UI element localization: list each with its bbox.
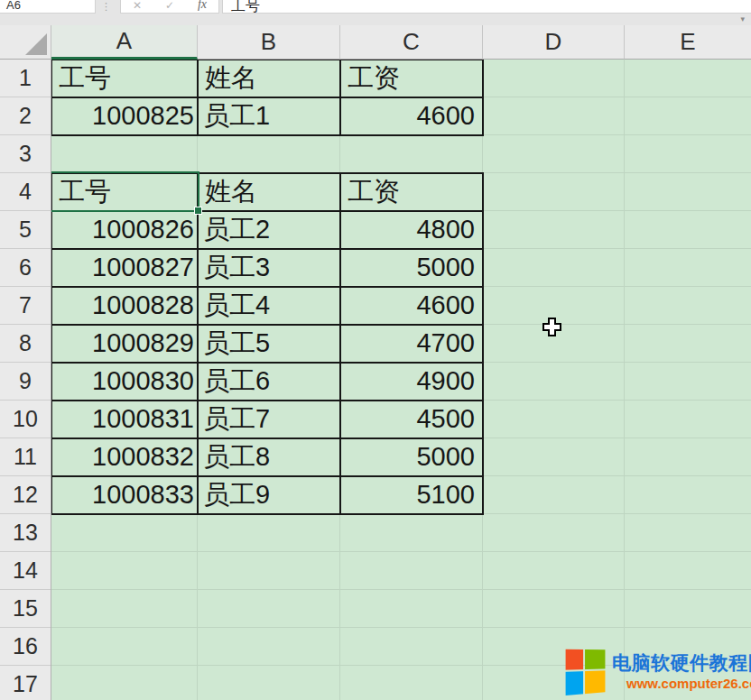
fill-handle[interactable] xyxy=(194,207,202,215)
table-1-header-row: 工号姓名工资 xyxy=(52,60,484,98)
row-header[interactable]: 11 xyxy=(0,438,51,476)
drag-handle-dots-icon[interactable]: ⋮ xyxy=(101,0,111,14)
row-header[interactable]: 15 xyxy=(0,590,51,628)
cell-salary[interactable]: 5100 xyxy=(341,477,484,515)
table-row: 1000830 员工6 4900 xyxy=(52,364,484,401)
cell-salary[interactable]: 4800 xyxy=(341,212,484,250)
enter-icon[interactable]: ✓ xyxy=(165,0,174,12)
cell-salary[interactable]: 4500 xyxy=(341,401,484,439)
cell-employee-name[interactable]: 员工2 xyxy=(199,212,341,250)
row-header[interactable]: 14 xyxy=(0,552,51,590)
name-box-value: A6 xyxy=(6,0,21,12)
column-headers: ABCDE xyxy=(51,25,751,60)
windows-flag-logo-icon xyxy=(566,649,607,696)
site-name: 电脑软硬件教程网 xyxy=(612,650,751,676)
cell-employee-id[interactable]: 1000825 xyxy=(52,98,199,136)
insert-function-icon[interactable]: fx xyxy=(198,0,207,12)
cell-employee-name[interactable]: 员工3 xyxy=(199,250,341,288)
cell-cursor-icon xyxy=(542,318,561,340)
logo-square-blue xyxy=(566,671,583,695)
table-1-body: 1000825 员工1 4600 xyxy=(52,98,484,136)
row-header[interactable]: 17 xyxy=(0,666,51,700)
table-row: 1000828 员工4 4600 xyxy=(52,288,484,326)
row-header[interactable]: 16 xyxy=(0,628,51,666)
selection-outline xyxy=(50,171,199,212)
cell-employee-id[interactable]: 1000827 xyxy=(52,250,199,288)
table-row: 1000833 员工9 5100 xyxy=(52,477,484,515)
row-header[interactable]: 3 xyxy=(0,135,51,173)
header-cell[interactable]: 工资 xyxy=(341,174,484,212)
cell-employee-id[interactable]: 1000829 xyxy=(52,326,199,364)
site-url: www.computer26.com xyxy=(626,676,751,691)
column-header[interactable]: A xyxy=(51,25,198,60)
row-header[interactable]: 1 xyxy=(0,60,51,97)
table-row: 1000832 员工8 5000 xyxy=(52,439,484,477)
gridline-vertical xyxy=(624,60,625,700)
formula-buttons: ✕ ✓ fx xyxy=(120,0,219,14)
cell-employee-id[interactable]: 1000831 xyxy=(52,401,199,439)
row-header[interactable]: 12 xyxy=(0,476,51,514)
cell-employee-name[interactable]: 员工1 xyxy=(199,98,341,136)
column-header[interactable]: B xyxy=(198,25,340,60)
cell-employee-name[interactable]: 员工5 xyxy=(199,326,341,364)
cell-salary[interactable]: 5000 xyxy=(341,250,484,288)
table-row: 1000827 员工3 5000 xyxy=(52,250,484,288)
table-2-body: 1000826 员工2 4800 1000827 员工3 5000 100082… xyxy=(52,212,484,515)
formula-value: 工号 xyxy=(231,0,260,13)
row-headers: 1234567891011121314151617 xyxy=(0,60,51,700)
table-row: 1000826 员工2 4800 xyxy=(52,212,484,250)
row-header[interactable]: 6 xyxy=(0,249,51,287)
name-box-dropdown-icon[interactable]: ▾ xyxy=(740,14,745,23)
logo-square-red xyxy=(566,649,583,670)
cell-salary[interactable]: 5000 xyxy=(341,439,484,477)
cell-employee-id[interactable]: 1000826 xyxy=(52,212,199,250)
cell-employee-name[interactable]: 员工7 xyxy=(199,401,341,439)
cell-employee-name[interactable]: 员工8 xyxy=(199,439,341,477)
header-cell[interactable]: 工资 xyxy=(341,60,484,98)
cell-salary[interactable]: 4600 xyxy=(341,288,484,326)
column-header-band: ABCDE xyxy=(0,25,751,60)
watermark: 电脑软硬件教程网 www.computer26.com xyxy=(563,646,751,698)
header-cell[interactable]: 工号 xyxy=(52,60,199,98)
logo-square-green xyxy=(585,649,605,669)
header-cell[interactable]: 姓名 xyxy=(199,174,341,212)
header-cell[interactable]: 姓名 xyxy=(199,60,341,98)
row-header[interactable]: 9 xyxy=(0,363,51,401)
cell-employee-id[interactable]: 1000830 xyxy=(52,364,199,401)
row-header[interactable]: 4 xyxy=(0,173,51,211)
column-header[interactable]: D xyxy=(483,25,625,60)
table-row: 1000829 员工5 4700 xyxy=(52,326,484,364)
column-header[interactable]: C xyxy=(340,25,483,60)
cell-employee-name[interactable]: 员工9 xyxy=(199,477,341,515)
row-header[interactable]: 7 xyxy=(0,287,51,325)
table-row: 1000825 员工1 4600 xyxy=(52,98,484,136)
table-1: 工号姓名工资 1000825 员工1 4600 xyxy=(51,59,484,136)
cell-employee-name[interactable]: 员工6 xyxy=(199,364,341,401)
logo-square-yellow xyxy=(585,670,605,694)
cell-salary[interactable]: 4600 xyxy=(341,98,484,136)
name-box[interactable]: A6 xyxy=(0,0,96,14)
cell-employee-id[interactable]: 1000832 xyxy=(52,439,199,477)
select-all-corner[interactable] xyxy=(0,25,51,60)
cell-salary[interactable]: 4900 xyxy=(341,364,484,401)
cell-employee-id[interactable]: 1000833 xyxy=(52,477,199,515)
table-row: 1000831 员工7 4500 xyxy=(52,401,484,439)
row-header[interactable]: 2 xyxy=(0,97,51,135)
formula-input[interactable]: 工号 xyxy=(222,0,751,14)
cell-salary[interactable]: 4700 xyxy=(341,326,484,364)
row-header[interactable]: 5 xyxy=(0,211,51,249)
row-header[interactable]: 10 xyxy=(0,401,51,438)
row-header[interactable]: 8 xyxy=(0,325,51,363)
column-header[interactable]: E xyxy=(625,25,751,60)
table-2: 工号姓名工资 1000826 员工2 4800 1000827 员工3 5000… xyxy=(51,172,484,515)
formula-bar-strip: A6 ▾ ⋮ ✕ ✓ fx 工号 xyxy=(0,0,751,25)
row-header[interactable]: 13 xyxy=(0,514,51,552)
cell-employee-id[interactable]: 1000828 xyxy=(52,288,199,326)
cell-employee-name[interactable]: 员工4 xyxy=(199,288,341,326)
select-all-triangle-icon xyxy=(25,33,47,55)
cancel-icon[interactable]: ✕ xyxy=(133,0,142,12)
